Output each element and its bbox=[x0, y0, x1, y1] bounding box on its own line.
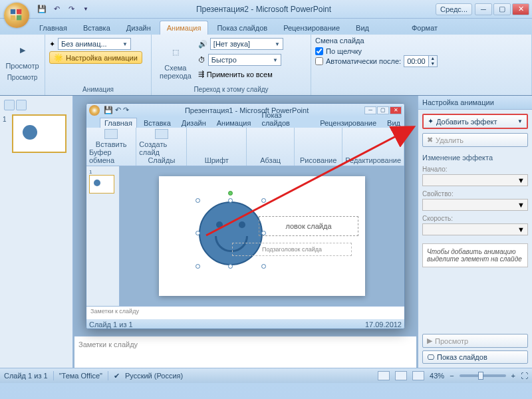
spin-down-icon[interactable]: ▼ bbox=[429, 61, 437, 66]
qat-undo-icon[interactable]: ↶ bbox=[51, 3, 63, 15]
spin-up-icon[interactable]: ▲ bbox=[429, 56, 437, 61]
inner-newslide-label: Создать слайд bbox=[139, 140, 184, 156]
tab-review[interactable]: Рецензирование bbox=[276, 21, 347, 35]
status-language[interactable]: Русский (Россия) bbox=[125, 372, 183, 380]
fit-view-icon[interactable]: ⛶ bbox=[521, 372, 528, 380]
play-button[interactable]: ▶ Просмотр bbox=[422, 334, 528, 348]
tab-home[interactable]: Главная bbox=[32, 21, 74, 35]
zoom-in-icon[interactable]: + bbox=[511, 372, 515, 380]
animation-combo[interactable]: Без анимац... ▼ bbox=[58, 38, 131, 50]
inner-window: 💾 ↶ ↷ Презентация1 - Microsoft PowerPoin… bbox=[86, 103, 405, 329]
inner-grp1: Слайды bbox=[148, 156, 175, 164]
normal-view-icon[interactable] bbox=[378, 371, 390, 380]
animate-icon: ✦ bbox=[49, 40, 55, 49]
window-title: Презентация2 - Microsoft PowerPoint bbox=[92, 5, 436, 14]
title-placeholder[interactable]: ловок слайда bbox=[259, 216, 358, 236]
inner-max-button[interactable]: ▢ bbox=[377, 106, 389, 114]
preview-button[interactable]: ▶ Просмотр bbox=[4, 37, 41, 72]
sound-icon: 🔊 bbox=[198, 40, 207, 49]
speed-combo[interactable]: Быстро ▼ bbox=[208, 54, 281, 66]
inner-tab-design[interactable]: Дизайн bbox=[178, 118, 210, 128]
chevron-down-icon: ▼ bbox=[122, 41, 128, 47]
qat-redo-icon[interactable]: ↷ bbox=[65, 3, 77, 15]
group-transition-label: Переход к этому слайду bbox=[156, 84, 307, 93]
on-click-checkbox[interactable] bbox=[315, 47, 323, 55]
close-button[interactable]: ✕ bbox=[512, 3, 529, 15]
tab-animation[interactable]: Анимация bbox=[160, 21, 209, 35]
add-effect-label: Добавить эффект bbox=[436, 118, 497, 126]
minimize-button[interactable]: ─ bbox=[475, 3, 492, 15]
slideshow-button[interactable]: 🖵 Показ слайдов bbox=[422, 350, 528, 364]
sorter-view-icon[interactable] bbox=[395, 371, 407, 380]
start-combo[interactable]: ▼ bbox=[422, 174, 528, 186]
tab-insert[interactable]: Вставка bbox=[76, 21, 118, 35]
speed-label: Скорость: bbox=[422, 215, 528, 222]
maximize-button[interactable]: ▢ bbox=[493, 3, 511, 15]
transition-scheme-button[interactable]: ⬚ Схема перехода bbox=[156, 37, 196, 84]
inner-min-button[interactable]: ─ bbox=[364, 106, 376, 114]
add-effect-button[interactable]: ✦ Добавить эффект ▼ bbox=[422, 114, 528, 129]
delete-icon: ✖ bbox=[427, 136, 433, 144]
inner-tab-show[interactable]: Показ слайдов bbox=[257, 110, 313, 128]
inner-status-slide: Слайд 1 из 1 bbox=[89, 321, 133, 329]
inner-tab-anim[interactable]: Анимация bbox=[213, 118, 255, 128]
slideshow-label: Показ слайдов bbox=[437, 353, 487, 361]
status-bar: Слайд 1 из 1 "Тема Office" ✔ Русский (Ро… bbox=[0, 368, 532, 383]
rotate-handle[interactable] bbox=[228, 191, 233, 196]
tab-design[interactable]: Дизайн bbox=[119, 21, 158, 35]
inner-close-button[interactable]: ✕ bbox=[390, 106, 402, 114]
tab-slideshow[interactable]: Показ слайдов bbox=[209, 21, 275, 35]
auto-after-label: Автоматически после: bbox=[326, 57, 401, 65]
contextual-tab[interactable]: Средс... bbox=[436, 3, 472, 15]
animation-combo-value: Без анимац... bbox=[61, 40, 107, 48]
group-anim-label: Анимация bbox=[49, 84, 147, 93]
chevron-down-icon: ▼ bbox=[275, 41, 280, 47]
group-preview-label: Просмотр bbox=[4, 72, 41, 81]
apply-all-button[interactable]: ⇶ Применить ко всем bbox=[198, 70, 283, 78]
custom-animation-button[interactable]: 🌟 Настройка анимации bbox=[49, 51, 142, 64]
thumbnail-slide-1[interactable]: 1 bbox=[4, 114, 68, 153]
on-click-label: По щелчку bbox=[326, 47, 362, 55]
inner-tab-home[interactable]: Главная bbox=[100, 118, 137, 128]
change-effect-section: Изменение эффекта bbox=[422, 154, 528, 162]
custom-anim-label: Настройка анимации bbox=[66, 54, 138, 62]
auto-time-value: 00:00 bbox=[404, 57, 428, 65]
inner-tab-view[interactable]: Вид bbox=[383, 118, 404, 128]
zoom-out-icon[interactable]: − bbox=[450, 372, 454, 380]
sound-value: [Нет звука] bbox=[213, 40, 250, 48]
title-bar: 💾 ↶ ↷ ▼ Презентация2 - Microsoft PowerPo… bbox=[0, 0, 532, 19]
inner-grp3: Абзац bbox=[260, 156, 281, 164]
inner-tab-insert[interactable]: Вставка bbox=[140, 118, 175, 128]
slides-tab-icon[interactable] bbox=[4, 100, 15, 110]
auto-time-spinner[interactable]: 00:00 ▲▼ bbox=[404, 55, 438, 67]
content-area: 1 💾 ↶ ↷ Презентация1 - Microsoft PowerPo… bbox=[0, 96, 532, 368]
speed-combo[interactable]: ▼ bbox=[422, 223, 528, 235]
qat-save-icon[interactable]: 💾 bbox=[36, 3, 48, 15]
zoom-slider[interactable] bbox=[460, 374, 506, 377]
subtitle-placeholder[interactable]: Подзаголовок слайда bbox=[232, 243, 352, 256]
star-icon: ✦ bbox=[428, 117, 434, 126]
property-combo[interactable]: ▼ bbox=[422, 199, 528, 211]
inner-tab-review[interactable]: Рецензирование bbox=[316, 118, 380, 128]
inner-window-title: Презентация1 - Microsoft PowerPoint bbox=[129, 106, 364, 114]
slide-area[interactable]: 💾 ↶ ↷ Презентация1 - Microsoft PowerPoin… bbox=[73, 96, 418, 336]
play-label: Просмотр bbox=[435, 337, 468, 345]
inner-paste-label: Вставить bbox=[96, 140, 127, 148]
office-button[interactable] bbox=[4, 3, 29, 28]
sound-combo[interactable]: [Нет звука] ▼ bbox=[210, 38, 283, 50]
inner-office-icon[interactable] bbox=[89, 105, 100, 116]
spellcheck-icon[interactable]: ✔ bbox=[114, 372, 120, 380]
speed-icon: ⏱ bbox=[198, 56, 205, 64]
apply-all-label: Применить ко всем bbox=[207, 70, 273, 78]
notes-pane[interactable]: Заметки к слайду bbox=[74, 336, 416, 368]
property-label: Свойство: bbox=[422, 190, 528, 198]
tab-format[interactable]: Формат bbox=[404, 21, 445, 35]
outline-tab-icon[interactable] bbox=[16, 100, 27, 110]
auto-after-checkbox[interactable] bbox=[315, 57, 323, 65]
slideshow-icon: 🖵 bbox=[427, 353, 434, 361]
inner-notes[interactable]: Заметки к слайду bbox=[86, 306, 404, 319]
qat-dropdown-icon[interactable]: ▼ bbox=[80, 3, 92, 15]
delete-effect-button[interactable]: ✖ Удалить bbox=[422, 133, 528, 147]
tab-view[interactable]: Вид bbox=[348, 21, 376, 35]
slideshow-view-icon[interactable] bbox=[412, 371, 424, 380]
